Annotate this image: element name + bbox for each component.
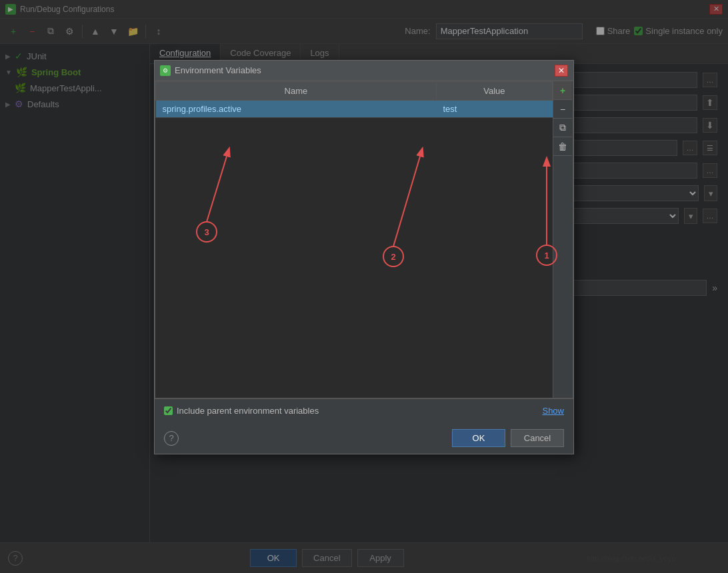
trash-env-button[interactable]: 🗑 <box>553 137 572 156</box>
modal-footer: Include parent environment variables Sho… <box>155 398 573 422</box>
modal-title-bar: ⚙ Environment Variables ✕ <box>155 61 573 81</box>
modal-cancel-button[interactable]: Cancel <box>511 429 564 447</box>
show-link[interactable]: Show <box>542 406 564 416</box>
modal-title: Environment Variables <box>175 65 261 75</box>
copy-env-button[interactable]: ⧉ <box>553 119 572 137</box>
modal-overlay: ⚙ Environment Variables ✕ Name Value spr… <box>0 0 728 573</box>
table-row[interactable]: spring.profiles.active test <box>156 101 553 118</box>
col-value: Value <box>436 82 552 101</box>
env-table-container: Name Value spring.profiles.active test + <box>155 81 573 398</box>
env-table: Name Value spring.profiles.active test <box>155 81 553 118</box>
col-name: Name <box>156 82 437 101</box>
modal-action-bar: ? OK Cancel <box>155 422 573 454</box>
include-parent-checkbox[interactable] <box>164 406 173 415</box>
modal-icon: ⚙ <box>160 65 171 76</box>
add-env-button[interactable]: + <box>553 81 572 100</box>
environment-variables-modal: ⚙ Environment Variables ✕ Name Value spr… <box>154 60 574 454</box>
modal-close-button[interactable]: ✕ <box>555 65 568 77</box>
env-table-wrapper: Name Value spring.profiles.active test <box>155 81 553 398</box>
env-side-buttons: + − ⧉ 🗑 <box>553 81 573 398</box>
modal-help-button[interactable]: ? <box>164 431 179 446</box>
modal-ok-button[interactable]: OK <box>452 429 505 447</box>
env-empty-area <box>155 118 553 398</box>
env-name-cell[interactable]: spring.profiles.active <box>156 101 437 118</box>
env-value-cell[interactable]: test <box>436 101 552 118</box>
include-parent-label: Include parent environment variables <box>177 406 319 416</box>
remove-env-button[interactable]: − <box>553 100 572 119</box>
include-parent-checkbox-label[interactable]: Include parent environment variables <box>164 406 319 416</box>
